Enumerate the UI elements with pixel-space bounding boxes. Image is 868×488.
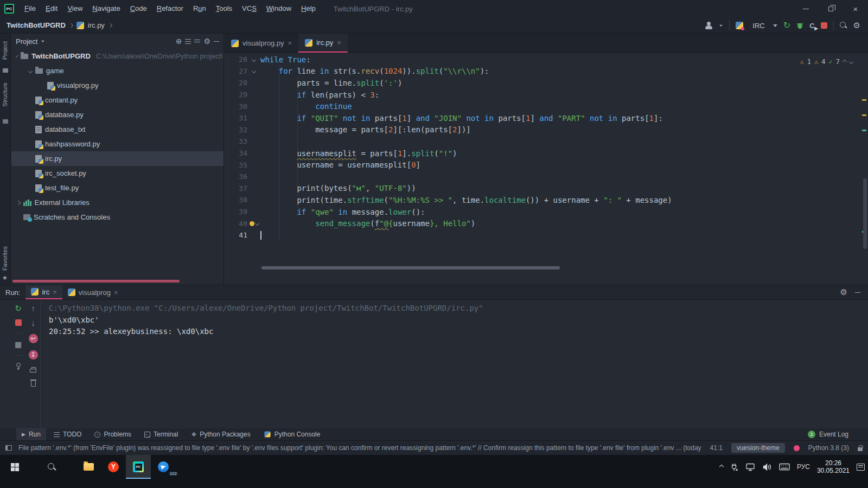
code-line-41[interactable]: 41 xyxy=(225,229,868,241)
fold-chevron-icon[interactable] xyxy=(252,69,256,73)
settings-gear-icon[interactable]: ⚙ xyxy=(853,21,860,30)
stripe-mark[interactable] xyxy=(862,130,866,131)
run-button[interactable]: ↻ xyxy=(783,21,790,30)
stop-button[interactable] xyxy=(821,22,827,29)
code-editor[interactable]: 26while True:27 for line in str(s.recv(1… xyxy=(225,54,868,285)
chevron-down-icon[interactable] xyxy=(773,24,777,27)
fold-chevron-icon[interactable] xyxy=(252,57,256,62)
menu-navigate[interactable]: Navigate xyxy=(87,0,125,17)
print-icon[interactable] xyxy=(30,369,36,373)
code-line-34[interactable]: 34 usernamesplit = parts[1].split("!") xyxy=(225,147,868,159)
layout-toggle-icon[interactable] xyxy=(5,445,12,451)
tree-item-visualprog-py[interactable]: visualprog.py xyxy=(11,78,224,93)
close-tab-icon[interactable]: × xyxy=(288,39,292,47)
prev-problem-chevron-icon[interactable] xyxy=(843,60,847,64)
event-log-button[interactable]: 2 Event Log xyxy=(808,431,848,438)
project-horizontal-scrollbar[interactable] xyxy=(12,280,180,282)
close-tab-icon[interactable]: × xyxy=(53,288,57,296)
structure-strip-icon[interactable] xyxy=(3,119,8,124)
tree-item-twitchbotupgrd[interactable]: TwitchBotUPGRDC:\Users\alexe\OneDrive\Py… xyxy=(11,49,224,63)
volume-icon[interactable] xyxy=(763,463,772,471)
breadcrumb-project[interactable]: TwitchBotUPGRD xyxy=(7,21,66,29)
collapse-all-icon[interactable] xyxy=(194,40,200,43)
toolwindow-python-packages[interactable]: ❖Python Packages xyxy=(186,428,256,440)
toolwindow-python-console[interactable]: Python Console xyxy=(258,428,326,440)
code-line-29[interactable]: 29 if len(parts) < 3: xyxy=(225,89,868,101)
action-center-icon[interactable] xyxy=(857,464,865,471)
menu-run[interactable]: Run xyxy=(188,0,211,17)
next-problem-chevron-icon[interactable] xyxy=(849,60,853,64)
coverage-button[interactable]: C xyxy=(809,22,814,30)
code-line-27[interactable]: 27 for line in str(s.recv(1024)).split("… xyxy=(225,66,868,78)
tree-item-hashpassword-py[interactable]: hashpassword.py xyxy=(11,137,224,151)
rerun-icon[interactable]: ↻ xyxy=(15,305,22,312)
code-line-40[interactable]: 40 send_message(f"@{username}, Hello") xyxy=(225,217,868,229)
menu-refactor[interactable]: Refactor xyxy=(152,0,188,17)
taskbar-search-button[interactable] xyxy=(39,455,64,479)
hide-panel-icon[interactable] xyxy=(214,41,219,42)
code-line-38[interactable]: 38 print(time.strftime("%H:%M:%S >> ", t… xyxy=(225,194,868,206)
soft-wrap-toggle-icon[interactable]: ↩ xyxy=(29,334,38,343)
keyboard-icon[interactable] xyxy=(779,463,790,471)
locate-file-icon[interactable]: ⊕ xyxy=(176,37,182,46)
warning-inspection-icon[interactable]: ⚠ xyxy=(800,58,804,66)
editor-tab-irc-py[interactable]: irc.py× xyxy=(298,34,348,53)
user-avatar-icon[interactable] xyxy=(705,22,713,29)
menu-tools[interactable]: Tools xyxy=(211,0,237,17)
stripe-mark[interactable] xyxy=(862,114,866,116)
tree-collapsed-chevron-icon[interactable] xyxy=(16,200,21,204)
close-button[interactable]: × xyxy=(843,0,868,17)
caret-position[interactable]: 41:1 xyxy=(710,444,723,452)
scroll-to-end-toggle-icon[interactable]: ↧ xyxy=(29,350,38,359)
code-line-37[interactable]: 37 print(bytes("м", "UTF-8")) xyxy=(225,183,868,195)
horizontal-scrollbar[interactable] xyxy=(261,266,560,269)
inspections-widget[interactable]: ⚠1⚠4✓7 xyxy=(800,58,853,66)
taskbar-clock[interactable]: 20:26 30.05.2021 xyxy=(817,459,850,474)
menu-vcs[interactable]: VCS xyxy=(237,0,261,17)
status-message[interactable]: File pattern '.env.*' (from 'EnvFile' pl… xyxy=(18,444,703,452)
yandex-browser-button[interactable]: Y xyxy=(101,455,126,479)
code-line-35[interactable]: 35 username = usernamesplit[0] xyxy=(225,159,868,171)
pycharm-taskbar-button[interactable]: PC xyxy=(126,455,151,479)
search-everywhere-icon[interactable] xyxy=(840,22,847,29)
restore-layout-icon[interactable]: ▦ xyxy=(15,341,22,348)
panel-settings-gear-icon[interactable]: ⚙ xyxy=(203,37,210,46)
code-line-26[interactable]: 26while True: xyxy=(225,54,868,66)
typo-inspection-icon[interactable]: ✓ xyxy=(829,58,833,66)
tree-item-test-file-py[interactable]: test_file.py xyxy=(11,181,224,195)
menu-file[interactable]: File xyxy=(20,0,41,17)
menu-view[interactable]: View xyxy=(62,0,87,17)
intention-bulb-icon[interactable] xyxy=(250,221,254,226)
theme-widget[interactable]: vuesion-theme xyxy=(731,443,785,453)
fold-chevron-icon[interactable] xyxy=(254,221,259,226)
menu-window[interactable]: Window xyxy=(261,0,296,17)
editor-tab-visualprog-py[interactable]: visualprog.py× xyxy=(225,34,298,53)
file-explorer-button[interactable] xyxy=(76,455,101,479)
stop-icon[interactable] xyxy=(15,319,22,326)
project-panel-title[interactable]: Project xyxy=(16,37,37,46)
network-icon[interactable] xyxy=(746,463,756,471)
run-settings-gear-icon[interactable]: ⚙ xyxy=(840,287,847,297)
code-line-30[interactable]: 30 continue xyxy=(225,100,868,112)
tree-expanded-chevron-icon[interactable] xyxy=(16,55,18,57)
minimize-button[interactable] xyxy=(793,0,818,17)
hide-run-panel-icon[interactable] xyxy=(855,292,860,293)
favorites-star-icon[interactable]: ★ xyxy=(2,274,8,281)
menu-code[interactable]: Code xyxy=(125,0,152,17)
run-config-selector[interactable]: IRC xyxy=(752,22,764,30)
tool-strip-favorites[interactable]: Favorites xyxy=(2,246,8,271)
code-line-32[interactable]: 32 message = parts[2][:len(parts[2])] xyxy=(225,124,868,136)
pin-tab-icon[interactable] xyxy=(16,363,21,367)
tree-item-contant-py[interactable]: contant.py xyxy=(11,93,224,107)
chevron-down-icon[interactable] xyxy=(42,40,45,42)
menu-help[interactable]: Help xyxy=(296,0,321,17)
menu-edit[interactable]: Edit xyxy=(41,0,62,17)
toolwindow-run[interactable]: ▶Run xyxy=(16,428,46,440)
run-tab-visualprog[interactable]: visualprog× xyxy=(62,285,124,299)
start-button[interactable] xyxy=(2,455,27,479)
tree-item-irc-socket-py[interactable]: irc_socket.py xyxy=(11,166,224,181)
restore-button[interactable] xyxy=(818,0,843,17)
tree-item-database-txt[interactable]: database_txt xyxy=(11,122,224,137)
project-strip-icon[interactable] xyxy=(3,68,8,73)
usb-eject-icon[interactable] xyxy=(730,463,739,471)
